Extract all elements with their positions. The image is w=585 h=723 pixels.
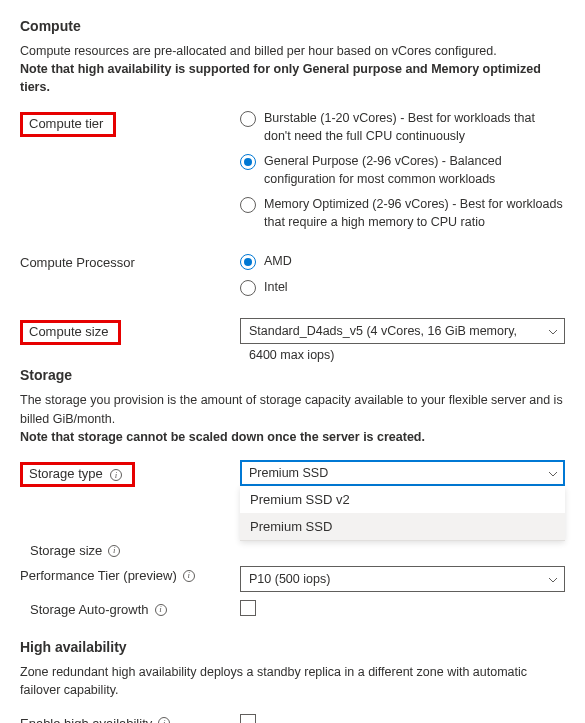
performance-tier-dropdown[interactable]: P10 (500 iops) bbox=[240, 566, 565, 592]
processor-amd[interactable]: AMD bbox=[240, 253, 565, 271]
radio-icon bbox=[240, 280, 256, 296]
tier-burstable[interactable]: Burstable (1-20 vCores) - Best for workl… bbox=[240, 110, 565, 145]
storage-type-option-ssd-v2[interactable]: Premium SSD v2 bbox=[240, 486, 565, 513]
tier-general-purpose[interactable]: General Purpose (2-96 vCores) - Balanced… bbox=[240, 153, 565, 188]
radio-icon bbox=[240, 197, 256, 213]
storage-type-label-box: Storage type i bbox=[20, 462, 135, 488]
storage-description: The storage you provision is the amount … bbox=[20, 391, 565, 445]
compute-desc-line2: Note that high availability is supported… bbox=[20, 62, 541, 94]
compute-processor-label: Compute Processor bbox=[20, 253, 240, 270]
compute-processor-group: AMD Intel bbox=[240, 253, 565, 296]
storage-type-value: Premium SSD bbox=[249, 466, 328, 480]
tier-general-purpose-label: General Purpose (2-96 vCores) - Balanced… bbox=[264, 153, 565, 188]
storage-size-label: Storage size bbox=[30, 543, 102, 558]
tier-memory-optimized[interactable]: Memory Optimized (2-96 vCores) - Best fo… bbox=[240, 196, 565, 231]
compute-tier-group: Burstable (1-20 vCores) - Best for workl… bbox=[240, 110, 565, 231]
enable-ha-label: Enable high availability bbox=[20, 716, 152, 724]
storage-type-options: Premium SSD v2 Premium SSD bbox=[240, 486, 565, 541]
storage-autogrowth-checkbox[interactable] bbox=[240, 600, 256, 616]
performance-tier-value: P10 (500 iops) bbox=[249, 572, 330, 586]
chevron-down-icon bbox=[548, 567, 558, 591]
info-icon[interactable]: i bbox=[155, 604, 167, 616]
info-icon[interactable]: i bbox=[158, 717, 170, 723]
ha-heading: High availability bbox=[20, 639, 565, 655]
compute-description: Compute resources are pre-allocated and … bbox=[20, 42, 565, 96]
storage-autogrowth-label: Storage Auto-growth bbox=[30, 602, 149, 617]
radio-icon bbox=[240, 111, 256, 127]
chevron-down-icon bbox=[548, 461, 558, 485]
chevron-down-icon bbox=[548, 319, 558, 343]
enable-ha-checkbox[interactable] bbox=[240, 714, 256, 724]
storage-type-dropdown[interactable]: Premium SSD bbox=[240, 460, 565, 486]
storage-type-label: Storage type bbox=[29, 466, 103, 481]
processor-amd-label: AMD bbox=[264, 253, 292, 271]
tier-burstable-label: Burstable (1-20 vCores) - Best for workl… bbox=[264, 110, 565, 145]
info-icon[interactable]: i bbox=[108, 545, 120, 557]
processor-intel-label: Intel bbox=[264, 279, 288, 297]
radio-checked-icon bbox=[240, 154, 256, 170]
ha-description: Zone redundant high availability deploys… bbox=[20, 663, 565, 699]
storage-heading: Storage bbox=[20, 367, 565, 383]
radio-checked-icon bbox=[240, 254, 256, 270]
storage-desc-line2: Note that storage cannot be scaled down … bbox=[20, 430, 425, 444]
storage-desc-line1: The storage you provision is the amount … bbox=[20, 393, 563, 425]
compute-tier-label: Compute tier bbox=[20, 112, 116, 137]
compute-size-dropdown[interactable]: Standard_D4ads_v5 (4 vCores, 16 GiB memo… bbox=[240, 318, 565, 344]
processor-intel[interactable]: Intel bbox=[240, 279, 565, 297]
compute-desc-line1: Compute resources are pre-allocated and … bbox=[20, 44, 497, 58]
info-icon[interactable]: i bbox=[183, 570, 195, 582]
compute-size-label: Compute size bbox=[20, 320, 121, 345]
compute-heading: Compute bbox=[20, 18, 565, 34]
tier-memory-optimized-label: Memory Optimized (2-96 vCores) - Best fo… bbox=[264, 196, 565, 231]
performance-tier-label: Performance Tier (preview) bbox=[20, 568, 177, 583]
storage-type-option-ssd[interactable]: Premium SSD bbox=[240, 513, 565, 540]
info-icon[interactable]: i bbox=[110, 469, 122, 481]
